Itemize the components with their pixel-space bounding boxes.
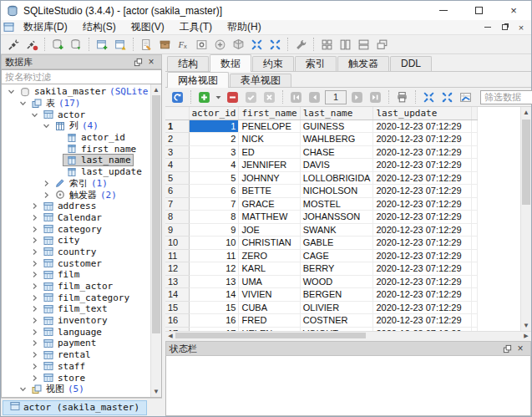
column-header-first_name[interactable]: first_name: [239, 107, 300, 120]
cell-first_name[interactable]: VIVIEN: [239, 288, 300, 302]
cell-first_name[interactable]: GRACE: [239, 197, 300, 211]
mdi-close-button[interactable]: ×: [513, 21, 529, 34]
table-row[interactable]: 1414VIVIENBERGEN2020-12-23 07:12:29: [165, 288, 478, 302]
tree-item-body[interactable]: sakila_master(SQLite 3): [17, 86, 150, 97]
tree-item-body[interactable]: payment: [40, 338, 98, 348]
cascade-windows-icon[interactable]: [372, 36, 391, 53]
maximize-button[interactable]: [461, 1, 496, 20]
cell-actor_id[interactable]: 11: [189, 249, 239, 262]
table-row[interactable]: 11PENELOPEGUINESS2020-12-23 07:12:29: [165, 120, 478, 133]
cell-last_name[interactable]: DAVIS: [300, 159, 373, 172]
grid-hscroll-thumb[interactable]: [175, 333, 366, 338]
cell-last_name[interactable]: JOHANSSON: [300, 211, 373, 224]
row-number-cell[interactable]: 7: [165, 197, 189, 211]
cell-last_update[interactable]: 2020-12-23 07:12:29: [373, 223, 472, 236]
expander-closed-icon[interactable]: [28, 317, 40, 324]
tree-item-body[interactable]: first_name: [63, 144, 138, 155]
rollback-icon[interactable]: [261, 89, 278, 105]
tree-item-film_category[interactable]: film_category: [2, 292, 150, 303]
tree-item-表[interactable]: 表(17): [2, 98, 150, 109]
cell-first_name[interactable]: JOHNNY: [239, 171, 300, 185]
expander-closed-icon[interactable]: [28, 214, 40, 221]
expander-closed-icon[interactable]: [28, 260, 40, 267]
expander-closed-icon[interactable]: [28, 271, 40, 278]
tab-触发器[interactable]: 触发器: [337, 56, 389, 71]
cell-last_name[interactable]: OLIVIER: [300, 301, 373, 314]
first-page-icon[interactable]: [287, 89, 305, 105]
cell-last_name[interactable]: COSTNER: [300, 314, 373, 328]
tree-item-body[interactable]: store: [40, 373, 87, 384]
tree-item-customer[interactable]: customer: [2, 257, 150, 269]
tab-DDL[interactable]: DDL: [390, 56, 432, 71]
page-number-box[interactable]: 1: [325, 90, 347, 104]
cell-first_name[interactable]: JENNIFER: [239, 159, 300, 172]
cell-first_name[interactable]: CUBA: [239, 301, 300, 314]
expander-closed-icon[interactable]: [28, 305, 40, 313]
prev-page-icon[interactable]: [306, 89, 323, 105]
cell-actor_id[interactable]: 6: [189, 185, 239, 198]
cell-first_name[interactable]: MATTHEW: [239, 211, 300, 224]
scroll-down-icon[interactable]: ▼: [151, 386, 161, 397]
column-header-actor_id[interactable]: actor_id: [189, 107, 239, 120]
cell-last_name[interactable]: GABLE: [300, 236, 373, 250]
expander-closed-icon[interactable]: [28, 351, 40, 359]
tree-item-body[interactable]: Calendar: [40, 212, 104, 223]
table-row[interactable]: 99JOESWANK2020-12-23 07:12:29: [165, 223, 478, 236]
connect-icon[interactable]: [4, 36, 23, 53]
expander-closed-icon[interactable]: [40, 180, 52, 187]
fit-rows-icon[interactable]: [266, 36, 284, 53]
tree-item-rental[interactable]: rental: [2, 349, 150, 361]
cell-last_update[interactable]: 2020-12-23 07:12:29: [373, 120, 472, 133]
cell-last_update[interactable]: 2020-12-23 07:12:29: [373, 275, 472, 288]
cell-last_name[interactable]: SWANK: [300, 223, 373, 236]
next-page-icon[interactable]: [348, 89, 366, 105]
row-number-cell[interactable]: 11: [165, 249, 189, 262]
scroll-up-icon[interactable]: ▲: [521, 107, 531, 118]
tree-item-Calendar[interactable]: Calendar: [2, 212, 150, 224]
tree-scroll-track[interactable]: [151, 95, 161, 386]
cell-actor_id[interactable]: 3: [189, 145, 239, 159]
close-panel-button[interactable]: ×: [514, 343, 527, 354]
cell-first_name[interactable]: PENELOPE: [239, 120, 300, 133]
table-row[interactable]: 44JENNIFERDAVIS2020-12-23 07:12:29: [165, 159, 478, 172]
tree-item-address[interactable]: address: [2, 201, 150, 212]
expander-closed-icon[interactable]: [28, 328, 40, 336]
tree-item-body[interactable]: category: [40, 224, 104, 235]
cell-last_update[interactable]: 2020-12-23 07:12:29: [373, 171, 472, 185]
expander-closed-icon[interactable]: [28, 339, 40, 347]
table-row[interactable]: 22NICKWAHLBERG2020-12-23 07:12:29: [165, 133, 478, 146]
cell-last_name[interactable]: NICHOLSON: [300, 185, 373, 198]
scroll-right-icon[interactable]: ▶: [521, 332, 531, 339]
cell-last_update[interactable]: 2020-12-23 07:12:29: [373, 159, 472, 172]
row-number-cell[interactable]: 6: [165, 185, 189, 198]
grid-scroll-thumb[interactable]: [522, 120, 530, 205]
table-row[interactable]: 1212KARLBERRY2020-12-23 07:12:29: [165, 262, 478, 276]
row-number-cell[interactable]: 12: [165, 262, 189, 276]
cell-last_update[interactable]: 2020-12-23 07:12:29: [373, 249, 472, 262]
add-row-dropdown-icon[interactable]: [214, 89, 223, 105]
tree-item-body[interactable]: film_text: [40, 303, 109, 314]
grid-scroll-track[interactable]: [521, 118, 531, 320]
extension-manager-icon[interactable]: [229, 36, 247, 53]
cell-first_name[interactable]: UMA: [239, 275, 300, 288]
cell-actor_id[interactable]: 9: [189, 223, 239, 236]
tree-scrollbar[interactable]: ▲ ▼: [150, 84, 161, 397]
tree-item-body[interactable]: last_name: [63, 155, 133, 165]
row-number-cell[interactable]: 5: [165, 171, 189, 185]
import-icon[interactable]: [210, 36, 229, 53]
cell-last_update[interactable]: 2020-12-23 07:12:29: [373, 301, 472, 314]
minimize-button[interactable]: [426, 1, 461, 20]
add-database-icon[interactable]: [48, 36, 67, 53]
tree-item-country[interactable]: country: [2, 247, 150, 258]
cell-actor_id[interactable]: 16: [189, 314, 239, 328]
tree-item-last_update[interactable]: last_update: [2, 166, 150, 178]
grid-header-row[interactable]: actor_idfirst_namelast_namelast_update: [165, 107, 478, 120]
tree-item-staff[interactable]: staff: [2, 361, 150, 373]
view-tab-表单视图[interactable]: 表单视图: [230, 74, 291, 87]
expander-open-icon[interactable]: [40, 122, 52, 130]
expander-closed-icon[interactable]: [28, 282, 40, 290]
grid-body[interactable]: 11PENELOPEGUINESS2020-12-23 07:12:2922NI…: [165, 120, 478, 331]
tree-scroll-thumb[interactable]: [152, 95, 160, 333]
tree-item-body[interactable]: 列(4): [52, 120, 100, 132]
float-panel-button[interactable]: [131, 56, 144, 68]
